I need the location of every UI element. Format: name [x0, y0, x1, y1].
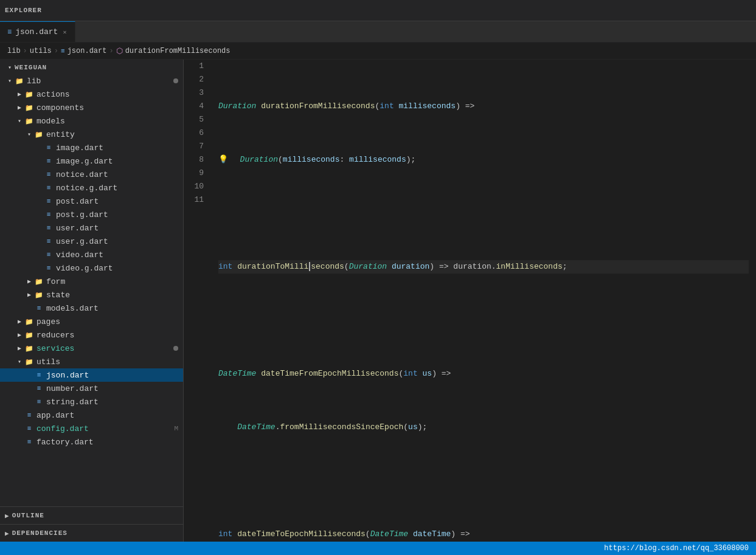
expand-models-icon: ▾ — [15, 116, 24, 126]
sidebar-item-form[interactable]: ▶ 📁 form — [0, 275, 183, 288]
sidebar-item-models[interactable]: ▾ 📁 models — [0, 114, 183, 128]
sidebar-item-video-g-dart[interactable]: ▶ ≡ video.g.dart — [0, 261, 183, 275]
user-dart-label: user.dart — [56, 224, 183, 233]
sidebar-tree: ▾ WEIGUAN ▾ 📁 lib ▶ 📁 actions ▶ 📁 compon… — [0, 60, 183, 506]
factory-dart-icon: ≡ — [24, 437, 34, 447]
image-g-dart-icon: ≡ — [44, 156, 54, 166]
image-g-dart-label: image.g.dart — [56, 157, 183, 166]
lib-label: lib — [27, 77, 173, 86]
components-label: components — [36, 103, 183, 112]
code-line-6: DateTime dateTimeFromEpochMilliseconds(i… — [218, 367, 749, 381]
config-dart-icon: ≡ — [24, 424, 34, 433]
services-badge — [173, 346, 178, 351]
outline-header[interactable]: ▶ OUTLINE — [0, 507, 183, 524]
sidebar-item-actions[interactable]: ▶ 📁 actions — [0, 88, 183, 101]
breadcrumb-sep-1: › — [23, 47, 27, 55]
sidebar-item-state[interactable]: ▶ 📁 state — [0, 288, 183, 302]
config-dart-label: config.dart — [36, 424, 174, 433]
video-g-dart-label: video.g.dart — [56, 264, 183, 273]
entity-label: entity — [46, 130, 183, 139]
utils-label: utils — [36, 357, 183, 367]
sidebar-item-config-dart[interactable]: ▶ ≡ config.dart M — [0, 422, 183, 435]
notice-dart-label: notice.dart — [56, 170, 183, 179]
main-layout: ▾ WEIGUAN ▾ 📁 lib ▶ 📁 actions ▶ 📁 compon… — [0, 60, 756, 542]
breadcrumb-file-icon: ≡ — [61, 47, 65, 55]
json-dart-label: json.dart — [46, 371, 183, 380]
sidebar-item-user-dart[interactable]: ▶ ≡ user.dart — [0, 221, 183, 235]
breadcrumb-utils[interactable]: utils — [30, 47, 52, 55]
models-dart-label: models.dart — [46, 304, 183, 313]
code-line-2: 💡 Duration(milliseconds: milliseconds); — [218, 153, 749, 167]
code-line-7: DateTime.fromMillisecondsSinceEpoch(us); — [218, 421, 749, 434]
actions-label: actions — [36, 90, 183, 99]
status-url: https://blog.csdn.net/qq_33608000 — [604, 544, 749, 553]
number-dart-icon: ≡ — [34, 384, 44, 393]
sidebar-item-post-dart[interactable]: ▶ ≡ post.dart — [0, 195, 183, 208]
sidebar-item-factory-dart[interactable]: ▶ ≡ factory.dart — [0, 435, 183, 449]
breadcrumb-jsondart[interactable]: json.dart — [68, 47, 107, 55]
components-folder-icon: 📁 — [24, 103, 34, 112]
factory-dart-label: factory.dart — [36, 438, 183, 447]
editor-content[interactable]: 1 2 3 4 5 6 7 8 9 10 11 Duration duratio… — [184, 60, 756, 542]
sidebar-item-number-dart[interactable]: ▶ ≡ number.dart — [0, 382, 183, 395]
sidebar-item-lib[interactable]: ▾ 📁 lib — [0, 74, 183, 88]
sidebar-item-services[interactable]: ▶ 📁 services — [0, 342, 183, 355]
expand-form-icon: ▶ — [24, 277, 34, 286]
sidebar-item-notice-g-dart[interactable]: ▶ ≡ notice.g.dart — [0, 181, 183, 195]
breadcrumb-sep-3: › — [109, 47, 113, 55]
sidebar-item-reducers[interactable]: ▶ 📁 reducers — [0, 328, 183, 342]
expand-state-icon: ▶ — [24, 290, 34, 300]
sidebar-item-string-dart[interactable]: ▶ ≡ string.dart — [0, 395, 183, 408]
sidebar-item-app-dart[interactable]: ▶ ≡ app.dart — [0, 408, 183, 422]
expand-outline-icon: ▶ — [5, 512, 10, 520]
expand-pages-icon: ▶ — [15, 317, 24, 326]
post-dart-icon: ≡ — [44, 196, 54, 206]
sidebar-item-notice-dart[interactable]: ▶ ≡ notice.dart — [0, 168, 183, 181]
user-g-dart-icon: ≡ — [44, 236, 54, 246]
json-dart-icon: ≡ — [34, 370, 44, 380]
post-g-dart-icon: ≡ — [44, 210, 54, 219]
sidebar-item-image-dart[interactable]: ▶ ≡ image.dart — [0, 141, 183, 154]
file-icon: ≡ — [7, 28, 12, 36]
code-line-8 — [218, 474, 749, 488]
breadcrumb-lib[interactable]: lib — [7, 47, 21, 55]
collapse-weiguan-icon: ▾ — [5, 63, 15, 72]
string-dart-icon: ≡ — [34, 397, 44, 407]
expand-components-icon: ▶ — [15, 103, 24, 112]
models-folder-icon: 📁 — [24, 116, 34, 126]
image-dart-label: image.dart — [56, 143, 183, 153]
tab-bar: ≡ json.dart ✕ — [0, 21, 756, 43]
config-dart-modified: M — [174, 425, 178, 432]
breadcrumb-sep-2: › — [54, 47, 58, 55]
state-folder-icon: 📁 — [34, 290, 44, 300]
tab-json-dart[interactable]: ≡ json.dart ✕ — [0, 21, 75, 42]
image-dart-icon: ≡ — [44, 143, 54, 153]
expand-dependencies-icon: ▶ — [5, 529, 10, 537]
expand-reducers-icon: ▶ — [15, 330, 24, 340]
sidebar-item-models-dart[interactable]: ▶ ≡ models.dart — [0, 302, 183, 315]
tab-close-button[interactable]: ✕ — [61, 27, 68, 37]
models-label: models — [36, 117, 183, 126]
post-g-dart-label: post.g.dart — [56, 210, 183, 219]
sidebar-item-entity[interactable]: ▾ 📁 entity — [0, 128, 183, 141]
dependencies-header[interactable]: ▶ DEPENDENCIES — [0, 525, 183, 542]
sidebar-item-image-g-dart[interactable]: ▶ ≡ image.g.dart — [0, 154, 183, 168]
post-dart-label: post.dart — [56, 197, 183, 206]
dependencies-label: DEPENDENCIES — [12, 529, 68, 537]
sidebar-item-json-dart[interactable]: ▶ ≡ json.dart — [0, 368, 183, 382]
sidebar-item-components[interactable]: ▶ 📁 components — [0, 101, 183, 114]
sidebar-item-user-g-dart[interactable]: ▶ ≡ user.g.dart — [0, 235, 183, 248]
code-line-9: int dateTimeToEpochMilliseconds(DateTime… — [218, 528, 749, 541]
outline-label: OUTLINE — [12, 512, 44, 519]
sidebar-item-post-g-dart[interactable]: ▶ ≡ post.g.dart — [0, 208, 183, 221]
code-content[interactable]: Duration durationFromMilliseconds(int mi… — [211, 60, 756, 542]
breadcrumb-function[interactable]: durationFromMilliseconds — [125, 47, 231, 55]
sidebar-item-utils[interactable]: ▾ 📁 utils — [0, 355, 183, 368]
weiguan-label: WEIGUAN — [15, 64, 183, 71]
expand-utils-icon: ▾ — [15, 357, 24, 367]
breadcrumb: lib › utils › ≡ json.dart › ⬡ durationFr… — [0, 43, 756, 60]
sidebar-section-weiguan[interactable]: ▾ WEIGUAN — [0, 61, 183, 74]
sidebar-item-pages[interactable]: ▶ 📁 pages — [0, 315, 183, 328]
user-g-dart-label: user.g.dart — [56, 237, 183, 246]
sidebar-item-video-dart[interactable]: ▶ ≡ video.dart — [0, 248, 183, 261]
